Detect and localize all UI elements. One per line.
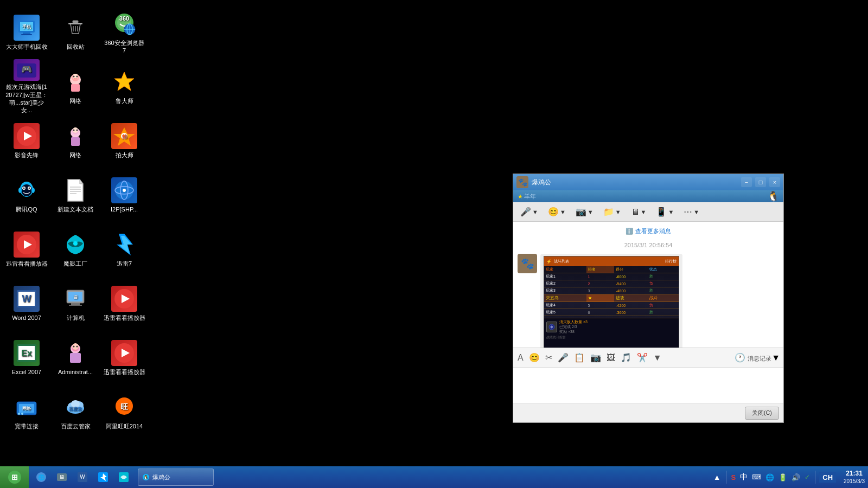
icon-xunlei-player2[interactable]: 迅雷看看播放器: [100, 277, 148, 331]
qq-titlebar: 🐾 爆鸡公 − □ ×: [513, 174, 783, 190]
tray-security-icon[interactable]: ✓: [803, 473, 811, 481]
icon-excel2007[interactable]: Ex Excel 2007: [3, 331, 50, 385]
qq-restore-button[interactable]: □: [755, 177, 766, 187]
msg-history-label[interactable]: 🕐 消息记录▼: [735, 352, 780, 363]
tray-input-icon[interactable]: ⌨: [751, 473, 762, 481]
font-icon[interactable]: A: [516, 352, 525, 364]
icon-kuandai[interactable]: 网络 宽带连接: [3, 385, 50, 439]
clipboard-icon[interactable]: 📋: [573, 351, 586, 364]
image-icon[interactable]: 🖼: [605, 352, 616, 364]
svg-text:W: W: [80, 474, 85, 480]
info-icon: ℹ️: [626, 228, 633, 235]
icon-qq[interactable]: 腾讯QQ: [3, 168, 50, 222]
svg-text:360: 360: [119, 15, 129, 22]
qq-file-btn[interactable]: 📁 ▼: [599, 204, 625, 220]
taskbar-icon-5[interactable]: [114, 467, 133, 487]
icon-wanglu2[interactable]: 网络: [52, 114, 99, 168]
qq-close-button[interactable]: ×: [769, 177, 780, 187]
icon-newdoc[interactable]: 新建文本文档: [52, 168, 99, 222]
icon-calculator[interactable]: 🖥 计算机: [52, 277, 99, 331]
qq-video-dropdown: ▼: [588, 209, 593, 215]
icon-qqmusic[interactable]: 影音先锋: [3, 114, 50, 168]
qq-message-input[interactable]: [513, 368, 783, 403]
qq-app-btn[interactable]: 📱 ▼: [652, 204, 678, 220]
svg-rect-30: [71, 137, 80, 146]
qq-video-btn[interactable]: 📷 ▼: [572, 204, 597, 220]
qq-screenshot-btn[interactable]: 🖥 ▼: [627, 204, 650, 220]
icon-word2007[interactable]: W Word 2007: [3, 277, 50, 331]
svg-text:🐧: 🐧: [143, 474, 149, 480]
taskbar-icon-2[interactable]: 🖥: [52, 467, 72, 487]
qq-contact-icon[interactable]: 🐧: [767, 190, 779, 202]
tray-network-icon[interactable]: 🌐: [764, 473, 775, 481]
tray-sougou-icon[interactable]: S: [730, 473, 737, 481]
photo-icon[interactable]: 📷: [589, 351, 602, 364]
icon-recycle[interactable]: 回收站: [52, 5, 99, 60]
svg-text:🎮: 🎮: [21, 64, 32, 74]
tray-separator-2: [815, 471, 815, 484]
icon-moying[interactable]: 魔影工厂: [52, 222, 99, 277]
qq-send-area: 关闭(C): [513, 403, 783, 422]
icon-admin[interactable]: Administrat...: [52, 331, 99, 385]
tray-expand-icon[interactable]: ▲: [712, 473, 722, 481]
qq-minimize-button[interactable]: −: [741, 177, 752, 187]
qq-emoji-btn[interactable]: 😊 ▼: [544, 204, 570, 220]
icon-xunlei7[interactable]: 迅雷7: [100, 222, 148, 277]
qq-favorite-star: ★: [518, 193, 523, 200]
taskbar-task-qq[interactable]: 🐧 爆鸡公: [138, 468, 214, 486]
mic-icon[interactable]: 🎤: [557, 351, 570, 364]
svg-point-83: [21, 413, 23, 415]
icon-xunlei-player[interactable]: 迅雷看看播放器: [3, 222, 50, 277]
start-button[interactable]: ⊞: [0, 466, 29, 488]
chat-more-messages[interactable]: 查看更多消息: [635, 227, 671, 235]
svg-text:网络: 网络: [22, 406, 31, 411]
icon-dajishi[interactable]: 手机 大大师手机回收: [3, 5, 50, 60]
qq-close-chat-button[interactable]: 关闭(C): [745, 407, 779, 420]
svg-text:手机: 手机: [22, 24, 31, 29]
cut-icon[interactable]: ✂️: [636, 351, 649, 364]
game-data-table: 玩家排名得分状态 玩家11-6000胜 玩家22-5400负 玩家33-4800…: [544, 266, 679, 316]
emoji-icon[interactable]: 😊: [528, 351, 541, 364]
icon-xunlei-player3[interactable]: 迅雷看看播放器: [100, 331, 148, 385]
qq-chat-messages[interactable]: ℹ️ 查看更多消息 2015/3/1 20:56:54 🐾 ⚡ 战斗列表: [513, 222, 783, 348]
chat-image-attachment[interactable]: ⚡ 战斗列表 排行榜 玩家排名得分状态 玩家11-6000胜 玩家22-5400…: [544, 256, 679, 348]
svg-point-75: [73, 345, 75, 347]
icon-360safe[interactable]: 360 360安全浏览器7: [100, 5, 148, 60]
icon-aliwangwang[interactable]: 旺 阿里旺旺2014: [100, 385, 148, 439]
scissors-icon[interactable]: ✂: [544, 351, 553, 364]
folder-icon: 📁: [603, 207, 614, 217]
clock-time: 21:31: [844, 469, 865, 478]
taskbar-icon-1[interactable]: 🌐: [31, 467, 51, 487]
tray-lang-icon[interactable]: 中: [739, 472, 749, 482]
svg-text:旺: 旺: [120, 402, 128, 411]
taskbar-quicklaunch: 🌐 🖥 W: [29, 466, 136, 488]
qq-screen-dropdown: ▼: [641, 209, 647, 215]
qq-contact-avatar: 🐾: [516, 176, 528, 188]
tray-battery-icon[interactable]: 🔋: [777, 473, 788, 481]
qq-voice-btn[interactable]: 🎤 ▼: [516, 204, 542, 220]
desktop-icons: 手机 大大师手机回收 回收站: [0, 0, 152, 445]
icon-i2p[interactable]: I2P[SHP...: [100, 168, 148, 222]
icon-ludashi[interactable]: 鲁大师: [100, 60, 148, 114]
clock-date: 2015/3/3: [844, 478, 865, 485]
more-tools-icon[interactable]: ▼: [652, 352, 663, 364]
chat-info-bar[interactable]: ℹ️ 查看更多消息: [518, 226, 779, 236]
taskbar-clock[interactable]: 21:31 2015/3/3: [840, 469, 868, 486]
taskbar-icon-3[interactable]: W: [73, 467, 92, 487]
taskbar-language-indicator[interactable]: CH: [819, 472, 836, 483]
qq-more-btn[interactable]: ⋯ ▼: [680, 204, 703, 220]
svg-rect-63: [71, 303, 80, 305]
icon-paidashi[interactable]: 拍 拍大师: [100, 114, 148, 168]
chat-sender-avatar: 🐾: [518, 254, 537, 273]
svg-point-24: [76, 75, 78, 77]
icon-game[interactable]: 🎮 超次元游戏海[120727][w王星：萌...star]美少女...: [3, 60, 50, 114]
taskbar-icon-4[interactable]: [93, 467, 113, 487]
music-icon[interactable]: 🎵: [620, 351, 633, 364]
qq-file-dropdown: ▼: [615, 209, 621, 215]
tray-volume-icon[interactable]: 🔊: [790, 473, 801, 481]
qq-window-title: 爆鸡公: [532, 178, 738, 187]
icon-baiduyun[interactable]: 百度云 百度云管家: [52, 385, 99, 439]
icon-wanglu[interactable]: 网络: [52, 60, 99, 114]
qq-input-toolbar: A 😊 ✂ 🎤 📋 📷 🖼 🎵 ✂️ ▼ 🕐 消息记录▼: [513, 348, 783, 368]
taskbar-tasks: 🐧 爆鸡公: [136, 468, 708, 486]
